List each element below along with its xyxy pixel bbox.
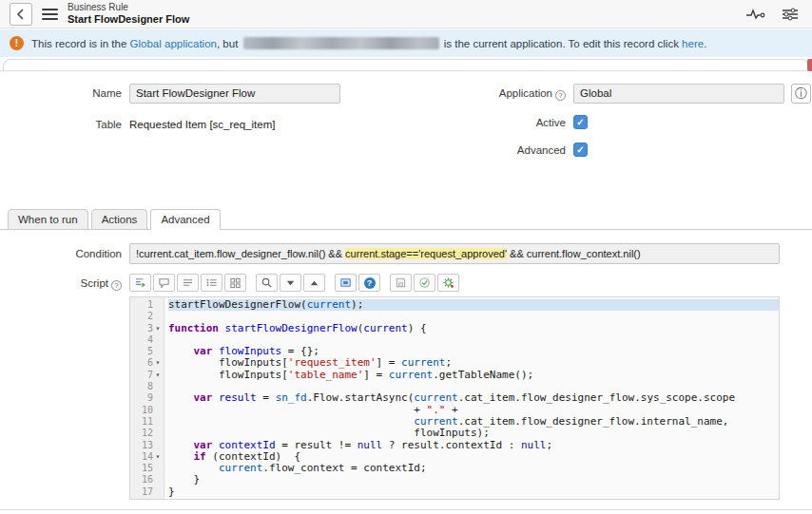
save-button[interactable] xyxy=(390,274,412,292)
condition-label: Condition xyxy=(0,248,129,259)
chevron-down-icon xyxy=(284,276,297,289)
help-glyph: ? xyxy=(114,281,118,290)
gutter-line: 10 xyxy=(130,405,164,416)
condition-text: !current.cat_item.flow_designer_flow.nil… xyxy=(136,248,345,259)
header-bar: Business Rule Start FlowDesigner Flow xyxy=(0,0,812,29)
gutter-line: 6▾ xyxy=(130,357,164,369)
fold-toggle-icon[interactable]: ▾ xyxy=(153,323,163,334)
condition-input[interactable]: !current.cat_item.flow_designer_flow.nil… xyxy=(129,243,780,264)
form-settings-button[interactable] xyxy=(778,5,802,24)
script-debugger-button[interactable] xyxy=(437,274,459,292)
scroll-marker xyxy=(807,59,812,71)
grid-icon xyxy=(229,276,242,289)
comment-lines-button[interactable] xyxy=(177,274,199,292)
fold-toggle-icon[interactable]: ▾ xyxy=(153,370,163,381)
tab-advanced[interactable]: Advanced xyxy=(150,209,220,230)
banner-text-part: . xyxy=(704,38,706,49)
gutter-line: 7▾ xyxy=(130,370,164,381)
name-label: Name xyxy=(0,87,129,99)
form-section-divider xyxy=(0,70,812,71)
pulse-icon xyxy=(745,7,766,22)
gutter-line: 5 xyxy=(130,346,164,357)
warning-icon: ! xyxy=(10,36,24,50)
gutter-line: 15 xyxy=(130,463,164,474)
find-next-button[interactable] xyxy=(280,274,301,292)
code-line[interactable]: } xyxy=(168,474,779,485)
script-code-editor[interactable]: 123▾456▾7▾891011121314▾151617 startFlowD… xyxy=(129,296,780,500)
syntax-check-button[interactable] xyxy=(414,274,435,292)
code-line[interactable]: function startFlowDesignerFlow(current) … xyxy=(168,323,779,334)
application-help-icon[interactable]: ? xyxy=(555,90,566,101)
sliders-icon xyxy=(782,7,799,22)
chevron-left-icon xyxy=(16,9,26,20)
gutter-line: 8 xyxy=(130,381,164,392)
banner-text-part: is the current application. To edit this… xyxy=(441,38,683,49)
help-glyph: ? xyxy=(558,91,562,100)
condition-text: && current.flow_context.nil() xyxy=(507,248,641,259)
code-line[interactable]: current.flow_context = contextId; xyxy=(168,463,779,474)
tab-when-to-run[interactable]: When to run xyxy=(8,209,88,230)
application-info-button[interactable]: ⓘ xyxy=(791,84,811,104)
banner-text-part: This record is in the xyxy=(31,38,130,49)
gutter-line: 14▾ xyxy=(130,451,164,463)
record-name-label: Start FlowDesigner Flow xyxy=(68,13,189,26)
script-editor-toolbar: ? xyxy=(129,274,459,292)
banner-text: This record is in the Global application… xyxy=(31,37,706,49)
line-numbers-button[interactable] xyxy=(201,274,222,292)
gutter-line: 3▾ xyxy=(130,323,164,334)
code-line[interactable]: } xyxy=(168,486,779,498)
check-icon: ✓ xyxy=(576,144,584,155)
help-button[interactable]: ? xyxy=(358,274,380,292)
gutter-line: 1 xyxy=(130,299,164,311)
gutter-line: 11 xyxy=(130,416,164,428)
code-line[interactable]: startFlowDesignerFlow(current); xyxy=(168,299,779,311)
redacted-application-name xyxy=(243,37,439,49)
comment-code-button[interactable] xyxy=(153,274,175,292)
advanced-checkbox[interactable]: ✓ xyxy=(573,143,588,157)
application-input[interactable]: Global xyxy=(573,84,784,104)
format-code-icon xyxy=(134,276,146,289)
global-application-link[interactable]: Global application xyxy=(130,38,217,49)
search-button[interactable] xyxy=(256,274,278,292)
fold-toggle-icon[interactable]: ▾ xyxy=(153,451,163,463)
tab-strip: When to run Actions Advanced xyxy=(8,209,221,230)
full-screen-icon xyxy=(339,276,352,289)
find-previous-button[interactable] xyxy=(303,274,325,292)
gutter-line: 4 xyxy=(130,334,164,346)
name-input[interactable]: Start FlowDesigner Flow xyxy=(129,84,340,104)
bottom-divider xyxy=(0,509,812,510)
gutter-line: 2 xyxy=(130,311,164,322)
syntax-check-icon xyxy=(418,276,431,289)
gutter-line: 16 xyxy=(130,474,164,485)
gutter-line: 12 xyxy=(130,428,164,439)
script-label: Script? xyxy=(0,277,129,291)
application-label: Application? xyxy=(380,87,573,101)
menu-icon[interactable] xyxy=(42,9,58,20)
table-value: Requested Item [sc_req_item] xyxy=(129,119,275,130)
banner-text-part: , but xyxy=(217,38,242,49)
active-checkbox[interactable]: ✓ xyxy=(573,115,588,129)
tab-actions[interactable]: Actions xyxy=(91,209,148,230)
gutter-line: 13 xyxy=(130,440,164,451)
gutter-line: 9 xyxy=(130,392,164,404)
script-help-icon[interactable]: ? xyxy=(111,280,122,291)
fold-toggle-icon[interactable]: ▾ xyxy=(153,357,163,369)
activity-pulse-button[interactable] xyxy=(744,5,768,24)
code-line[interactable]: flowInputs['table_name'] = current.getTa… xyxy=(168,370,779,381)
record-type-label: Business Rule xyxy=(68,2,189,13)
here-link[interactable]: here xyxy=(682,38,704,49)
lines-icon xyxy=(182,276,194,289)
record-title: Business Rule Start FlowDesigner Flow xyxy=(68,2,189,26)
info-icon: ⓘ xyxy=(795,86,807,103)
table-label: Table xyxy=(0,119,129,130)
replace-grid-button[interactable] xyxy=(224,274,246,292)
advanced-label: Advanced xyxy=(380,144,573,156)
check-icon: ✓ xyxy=(576,117,584,127)
save-disk-icon xyxy=(395,276,407,289)
business-rule-page: Business Rule Start FlowDesigner Flow ! … xyxy=(0,0,812,514)
full-screen-button[interactable] xyxy=(335,274,357,292)
format-code-button[interactable] xyxy=(129,274,151,292)
comment-icon xyxy=(158,276,170,289)
active-label: Active xyxy=(380,117,573,128)
back-button[interactable] xyxy=(10,3,32,26)
